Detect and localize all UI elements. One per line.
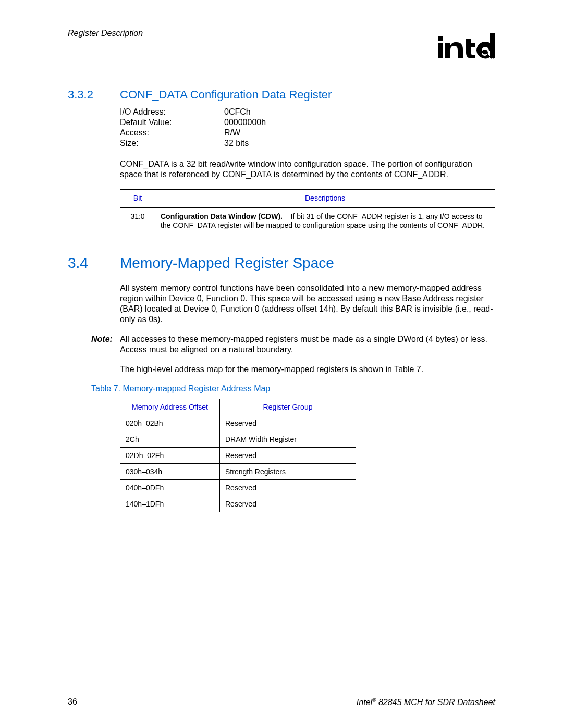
table-row: 040h–0DFhReserved <box>120 479 356 496</box>
register-group-cell: Reserved <box>220 479 356 496</box>
conf-data-description: CONF_DATA is a 32 bit read/write window … <box>120 159 495 180</box>
page-footer: 36 Intel® 82845 MCH for SDR Datasheet <box>68 697 495 707</box>
register-group-cell: DRAM Width Register <box>220 431 356 447</box>
mm-para-2: The high-level address map for the memor… <box>120 364 495 375</box>
svg-rect-2 <box>490 33 495 58</box>
svg-text:®: ® <box>491 55 494 59</box>
addr-offset-cell: 040h–0DFh <box>120 479 220 496</box>
doc-prefix: Intel <box>357 698 372 707</box>
table-row: 140h–1DFhReserved <box>120 496 356 512</box>
note-label: Note: <box>91 334 120 355</box>
section-3-4-heading: 3.4 Memory-Mapped Register Space <box>68 255 495 272</box>
addr-offset-cell: 020h–02Bh <box>120 415 220 431</box>
svg-rect-1 <box>438 43 443 58</box>
bit-header: Bit <box>120 190 155 208</box>
prop-value-size: 32 bits <box>224 138 266 149</box>
note-body: All accesses to these memory-mapped regi… <box>120 334 495 355</box>
register-group-cell: Reserved <box>220 496 356 512</box>
table-row: 030h–034hStrength Registers <box>120 463 356 479</box>
register-properties: I/O Address: Default Value: Access: Size… <box>120 107 495 149</box>
addr-offset-cell: 2Ch <box>120 431 220 447</box>
bit-table-row: 31:0 Configuration Data Window (CDW). If… <box>120 207 495 235</box>
table-7-caption: Table 7. Memory-mapped Register Address … <box>91 384 495 393</box>
svg-rect-0 <box>438 36 443 41</box>
prop-value-io-address: 0CFCh <box>224 107 266 117</box>
document-title: Intel® 82845 MCH for SDR Datasheet <box>357 697 495 707</box>
running-head: Register Description <box>68 29 495 38</box>
note: Note: All accesses to these memory-mappe… <box>68 334 495 355</box>
register-group-cell: Reserved <box>220 447 356 463</box>
descriptions-header: Descriptions <box>155 190 495 208</box>
section-3-3-2-heading: 3.3.2 CONF_DATA Configuration Data Regis… <box>68 88 495 102</box>
section-title: Memory-Mapped Register Space <box>120 255 334 272</box>
table-row: 02Dh–02FhReserved <box>120 447 356 463</box>
section-title: CONF_DATA Configuration Data Register <box>120 88 332 102</box>
prop-value-access: R/W <box>224 128 266 138</box>
mm-para-1: All system memory control functions have… <box>120 283 495 325</box>
section-number: 3.3.2 <box>68 88 120 102</box>
intel-logo: ® <box>438 32 495 59</box>
addr-offset-cell: 030h–034h <box>120 463 220 479</box>
register-group-cell: Reserved <box>220 415 356 431</box>
prop-label-io-address: I/O Address: <box>120 107 224 117</box>
table-row: 020h–02BhReserved <box>120 415 356 431</box>
prop-value-default-value: 00000000h <box>224 117 266 128</box>
doc-suffix: 82845 MCH for SDR Datasheet <box>376 698 495 707</box>
memory-address-map-table: Memory Address Offset Register Group 020… <box>120 399 356 512</box>
register-group-header: Register Group <box>220 399 356 415</box>
page-number: 36 <box>68 697 77 707</box>
bit-range: 31:0 <box>120 207 155 235</box>
table-row: 2ChDRAM Width Register <box>120 431 356 447</box>
prop-label-size: Size: <box>120 138 224 149</box>
addr-offset-cell: 140h–1DFh <box>120 496 220 512</box>
bit-desc-bold: Configuration Data Window (CDW). <box>161 212 283 220</box>
bit-description-table: Bit Descriptions 31:0 Configuration Data… <box>120 189 495 235</box>
addr-offset-cell: 02Dh–02Fh <box>120 447 220 463</box>
addr-offset-header: Memory Address Offset <box>120 399 220 415</box>
register-group-cell: Strength Registers <box>220 463 356 479</box>
prop-label-default-value: Default Value: <box>120 117 224 128</box>
bit-description: Configuration Data Window (CDW). If bit … <box>155 207 495 235</box>
section-number: 3.4 <box>68 255 120 272</box>
prop-label-access: Access: <box>120 128 224 138</box>
